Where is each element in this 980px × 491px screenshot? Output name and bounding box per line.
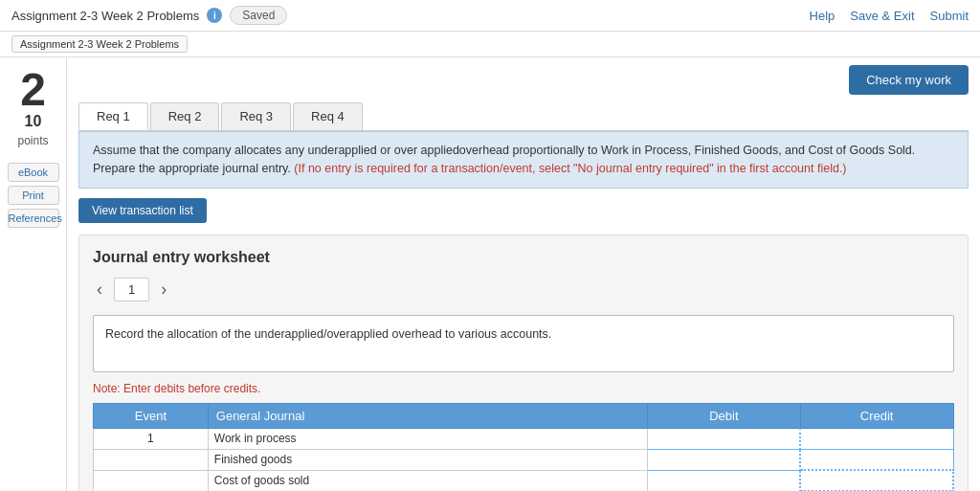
note-text: Note: Enter debits before credits.: [93, 382, 954, 395]
table-row: 1 Work in process: [94, 428, 954, 449]
row3-account: Cost of goods sold: [208, 470, 647, 491]
entry-description: Record the allocation of the underapplie…: [93, 315, 954, 372]
prev-page-button[interactable]: ‹: [93, 279, 106, 300]
content-area: Check my work Req 1 Req 2 Req 3 Req 4 As…: [67, 57, 980, 491]
table-row: Cost of goods sold: [94, 470, 954, 491]
points-label: points: [17, 134, 48, 147]
breadcrumb-tag: Assignment 2-3 Week 2 Problems: [11, 35, 188, 53]
main-layout: 2 10 points eBook Print References Check…: [0, 57, 980, 491]
check-my-work-button[interactable]: Check my work: [849, 65, 969, 95]
top-bar-left: Assignment 2-3 Week 2 Problems i Saved: [11, 6, 287, 25]
left-panel: 2 10 points eBook Print References: [0, 57, 67, 491]
row2-account: Finished goods: [208, 449, 647, 470]
assignment-title: Assignment 2-3 Week 2 Problems: [11, 9, 199, 23]
references-link[interactable]: References: [8, 209, 59, 228]
top-bar: Assignment 2-3 Week 2 Problems i Saved H…: [0, 0, 980, 32]
instruction-box: Assume that the company allocates any un…: [78, 131, 969, 189]
row2-event: [94, 449, 209, 470]
submit-link[interactable]: Submit: [930, 9, 969, 23]
col-header-credit: Credit: [800, 403, 953, 428]
left-links: eBook Print References: [0, 163, 66, 228]
page-number: 1: [114, 278, 149, 301]
col-header-debit: Debit: [648, 403, 801, 428]
row3-debit[interactable]: [648, 470, 801, 491]
info-icon[interactable]: i: [207, 8, 222, 23]
journal-table: Event General Journal Debit Credit 1 Wor…: [93, 403, 954, 492]
tabs: Req 1 Req 2 Req 3 Req 4: [78, 102, 969, 131]
col-header-event: Event: [94, 403, 209, 428]
row2-credit[interactable]: [800, 449, 953, 470]
view-transaction-button[interactable]: View transaction list: [78, 198, 207, 223]
breadcrumb-bar: Assignment 2-3 Week 2 Problems: [0, 32, 980, 57]
save-exit-button[interactable]: Save & Exit: [850, 9, 914, 23]
page-nav: ‹ 1 ›: [93, 278, 954, 301]
next-page-button[interactable]: ›: [157, 279, 170, 300]
table-row: Finished goods: [94, 449, 954, 470]
instruction-highlight: (If no entry is required for a transacti…: [294, 162, 846, 175]
problem-number: 2: [20, 67, 46, 113]
worksheet-title: Journal entry worksheet: [93, 249, 954, 266]
row1-account: Work in process: [208, 428, 647, 449]
tab-req3[interactable]: Req 3: [221, 102, 291, 130]
help-link[interactable]: Help: [810, 9, 835, 23]
col-header-journal: General Journal: [208, 403, 647, 428]
row1-event: 1: [94, 428, 209, 449]
ebook-link[interactable]: eBook: [8, 163, 59, 182]
points-value: 10: [25, 113, 42, 130]
row3-event: [94, 470, 209, 491]
saved-badge: Saved: [230, 6, 287, 25]
row1-credit[interactable]: [800, 428, 953, 449]
tab-req4[interactable]: Req 4: [293, 102, 363, 130]
row3-credit[interactable]: [800, 470, 953, 491]
worksheet-container: Journal entry worksheet ‹ 1 › Record the…: [78, 234, 969, 492]
print-link[interactable]: Print: [8, 186, 59, 205]
row1-debit[interactable]: [648, 428, 801, 449]
tab-req2[interactable]: Req 2: [150, 102, 220, 130]
tab-req1[interactable]: Req 1: [78, 102, 148, 130]
top-bar-right: Help Save & Exit Submit: [810, 9, 969, 23]
row2-debit[interactable]: [648, 449, 801, 470]
